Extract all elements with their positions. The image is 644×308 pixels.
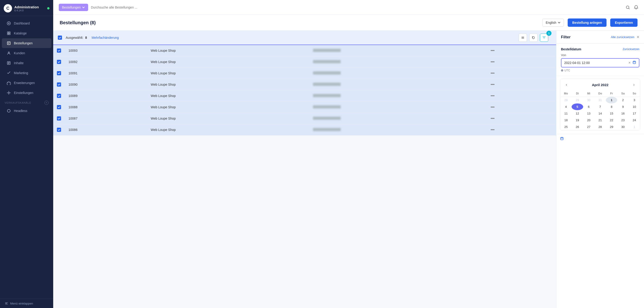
sidebar-item-inhalte[interactable]: Inhalte [2, 58, 51, 68]
row-checkbox[interactable] [57, 128, 61, 132]
list-view-button[interactable] [518, 33, 527, 42]
calendar-day[interactable]: 28 [594, 124, 606, 130]
app-info: Administration 6.4.14.0 [14, 5, 39, 12]
calendar-day[interactable]: 2 [617, 97, 628, 104]
sidebar-item-erweiterungen[interactable]: Erweiterungen [2, 78, 51, 88]
clear-date-button[interactable]: × [628, 61, 630, 65]
order-id: 10089 [65, 90, 147, 102]
catalog-icon [6, 31, 11, 35]
calendar-next-button[interactable]: › [632, 82, 636, 88]
more-options-cell: ••• [486, 68, 556, 79]
create-order-button[interactable]: Bestellung anlegen [568, 18, 606, 27]
to-date-button[interactable] [560, 137, 564, 140]
notification-button[interactable] [634, 5, 638, 10]
calendar-day[interactable]: 6 [583, 103, 594, 110]
collapse-menu-button[interactable]: Menü einklappen [0, 299, 53, 308]
more-options-button[interactable]: ••• [489, 59, 496, 64]
calendar-day[interactable]: 1 [606, 97, 617, 104]
calendar-day[interactable]: 15 [606, 110, 617, 117]
calendar-day[interactable]: 7 [594, 103, 606, 110]
row-checkbox[interactable] [57, 94, 61, 98]
calendar-day[interactable]: 1 [629, 124, 640, 130]
calendar-day[interactable]: 4 [560, 103, 572, 110]
calendar-day[interactable]: 3 [629, 97, 640, 104]
more-options-button[interactable]: ••• [489, 93, 496, 98]
svg-point-6 [8, 52, 9, 53]
more-options-cell: ••• [486, 45, 556, 56]
more-options-button[interactable]: ••• [489, 127, 496, 132]
more-options-button[interactable]: ••• [489, 116, 496, 121]
more-options-cell: ••• [486, 102, 556, 113]
language-select[interactable]: English [542, 19, 564, 26]
more-options-button[interactable]: ••• [489, 71, 496, 76]
calendar-day[interactable]: 22 [606, 117, 617, 124]
select-all-checkbox[interactable] [58, 35, 62, 40]
more-options-button[interactable]: ••• [489, 105, 496, 110]
calendar-weekday: Di [572, 91, 583, 97]
search-category-button[interactable]: Bestellungen [59, 4, 88, 11]
row-checkbox[interactable] [57, 48, 61, 53]
row-checkbox[interactable] [57, 71, 61, 75]
refresh-button[interactable] [529, 33, 538, 42]
calendar-day[interactable]: 29 [606, 124, 617, 130]
order-id: 10092 [65, 56, 147, 68]
calendar-day[interactable]: 24 [629, 117, 640, 124]
calendar-day[interactable]: 12 [572, 110, 583, 117]
filter-reset-all-link[interactable]: Alle zurücksetzen [611, 35, 634, 39]
calendar-day[interactable]: 8 [606, 103, 617, 110]
row-checkbox[interactable] [57, 82, 61, 87]
calendar-day[interactable]: 16 [617, 110, 628, 117]
order-detail [309, 102, 486, 113]
sidebar-item-kunden[interactable]: Kunden [2, 48, 51, 58]
shop-name: Web Loupe Shop [147, 90, 310, 102]
von-date-input[interactable] [564, 61, 627, 65]
sidebar-item-bestellungen[interactable]: Bestellungen [2, 38, 51, 48]
calendar-day[interactable]: 17 [629, 110, 640, 117]
filter-close-button[interactable]: × [636, 34, 639, 40]
selected-count-label: Ausgewählt: 8 [66, 36, 88, 39]
sidebar-item-marketing[interactable]: Marketing [2, 68, 51, 78]
calendar-prev-button[interactable]: ‹ [564, 82, 569, 88]
calendar-day[interactable]: 30 [583, 97, 594, 104]
row-checkbox[interactable] [57, 116, 61, 121]
row-checkbox[interactable] [57, 60, 61, 64]
calendar-day[interactable]: 14 [594, 110, 606, 117]
more-options-button[interactable]: ••• [489, 48, 496, 53]
svg-point-8 [8, 92, 9, 93]
calendar-day[interactable]: 29 [572, 97, 583, 104]
order-detail [309, 90, 486, 102]
sidebar-item-dashboard[interactable]: Dashboard [2, 18, 51, 28]
calendar-weekday: Do [594, 91, 606, 97]
calendar-day[interactable]: 5 [572, 103, 583, 110]
search-button[interactable] [626, 5, 630, 10]
add-sales-channel-button[interactable]: + [44, 101, 48, 105]
orders-table: 10093 Web Loupe Shop ••• 10092 Web Loupe… [53, 45, 556, 136]
calendar-day[interactable]: 20 [583, 117, 594, 124]
calendar-day[interactable]: 31 [594, 97, 606, 104]
more-options-button[interactable]: ••• [489, 82, 496, 87]
calendar-day[interactable]: 11 [560, 110, 572, 117]
calendar-day[interactable]: 21 [594, 117, 606, 124]
order-id: 10090 [65, 79, 147, 90]
bestelldatum-reset-link[interactable]: Zurücksetzen [623, 48, 639, 51]
sidebar-item-einstellungen[interactable]: Einstellungen [2, 88, 51, 98]
sidebar-item-headless[interactable]: Headless [2, 106, 51, 116]
calendar-header: ‹ April 2022 › [560, 79, 640, 91]
calendar-day[interactable]: 26 [572, 124, 583, 130]
calendar-day[interactable]: 25 [560, 124, 572, 130]
calendar-day[interactable]: 23 [617, 117, 628, 124]
calendar-day[interactable]: 30 [617, 124, 628, 130]
calendar-day[interactable]: 9 [617, 103, 628, 110]
calendar-day[interactable]: 19 [572, 117, 583, 124]
calendar-button[interactable] [632, 60, 636, 65]
export-button[interactable]: Exportieren [610, 18, 638, 27]
calendar-day[interactable]: 10 [629, 103, 640, 110]
row-checkbox[interactable] [57, 105, 61, 109]
calendar-day[interactable]: 18 [560, 117, 572, 124]
calendar-day[interactable]: 27 [583, 124, 594, 130]
search-input[interactable] [91, 5, 623, 9]
bulk-action-link[interactable]: Mehrfachänderung [92, 36, 119, 39]
calendar-day[interactable]: 13 [583, 110, 594, 117]
calendar-day[interactable]: 28 [560, 97, 572, 104]
sidebar-item-kataloge[interactable]: Kataloge [2, 28, 51, 38]
